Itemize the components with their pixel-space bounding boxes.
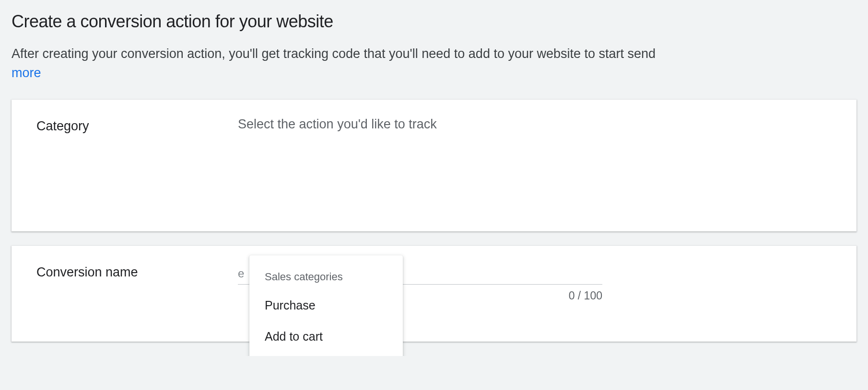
dropdown-group-label: Sales categories	[249, 262, 403, 290]
category-dropdown-menu: Sales categories Purchase Add to cart Be…	[249, 255, 403, 356]
learn-more-link[interactable]: more	[12, 64, 856, 82]
page-title: Create a conversion action for your webs…	[12, 11, 856, 32]
dropdown-item-begin-checkout[interactable]: Begin checkout	[249, 352, 403, 356]
page-description: After creating your conversion action, y…	[12, 45, 856, 82]
conversion-name-card: Conversion name 0 / 100	[12, 246, 856, 342]
category-hint: Select the action you'd like to track	[238, 117, 832, 132]
category-label: Category	[36, 117, 238, 134]
conversion-name-label: Conversion name	[36, 263, 238, 280]
dropdown-item-purchase[interactable]: Purchase	[249, 290, 403, 321]
category-card: Category Select the action you'd like to…	[12, 100, 856, 231]
dropdown-item-add-to-cart[interactable]: Add to cart	[249, 321, 403, 352]
description-text: After creating your conversion action, y…	[12, 46, 656, 61]
